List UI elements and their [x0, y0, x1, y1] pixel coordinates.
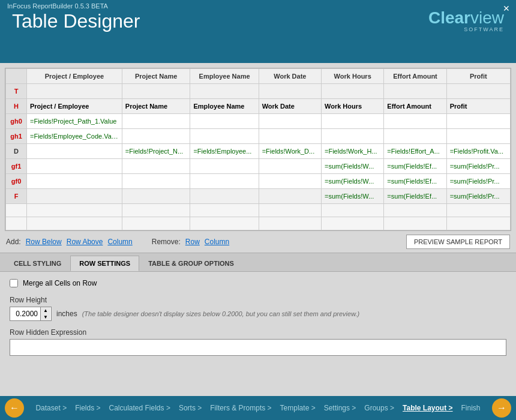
cell-h-6: Effort Amount	[384, 99, 446, 114]
row-label-gh1: gh1	[6, 129, 27, 144]
units-label: inches	[56, 310, 77, 318]
app-subtitle: InFocus ReportBuilder 0.5.3 BETA	[7, 2, 108, 10]
cell-d-effort: =Fields!Effort_A...	[384, 144, 446, 159]
cell-f-pr: =sum(Fields!Pr...	[446, 189, 510, 204]
nav-table-layout[interactable]: Table Layout >	[399, 401, 456, 415]
nav-links: Dataset > Fields > Calculated Fields > S…	[24, 401, 492, 415]
merge-cells-checkbox[interactable]	[10, 279, 18, 287]
row-label-d: D	[6, 144, 27, 159]
col-effort-amount: Effort Amount	[384, 69, 446, 84]
tab-table-group-options[interactable]: TABLE & GROUP OPTIONS	[139, 256, 243, 271]
cell-d-profit: =Fields!Profit.Va...	[446, 144, 510, 159]
table-row[interactable]: T	[6, 84, 511, 99]
cell-gf0-wh: =sum(Fields!W...	[322, 174, 384, 189]
nav-fields[interactable]: Fields >	[71, 401, 104, 415]
row-label-t: T	[6, 84, 27, 99]
nav-groups[interactable]: Groups >	[361, 401, 398, 415]
row-hidden-expression-input[interactable]	[10, 339, 506, 356]
nav-finish[interactable]: Finish	[458, 401, 484, 415]
row-above-link[interactable]: Row Above	[67, 238, 103, 246]
preview-sample-report-button[interactable]: PREVIEW SAMPLE REPORT	[406, 235, 510, 249]
cell-h-3: Employee Name	[190, 99, 259, 114]
spinner-down-button[interactable]: ▼	[41, 314, 50, 320]
table-row-blank	[6, 217, 511, 230]
cell-gf0-ea: =sum(Fields!Ef...	[384, 174, 446, 189]
col-profit: Profit	[446, 69, 510, 84]
table-row[interactable]: gf1 =sum(Fields!W... =sum(Fields!Ef... =…	[6, 159, 511, 174]
row-below-link[interactable]: Row Below	[26, 238, 62, 246]
table-row[interactable]: gh0 =Fields!Project_Path_1.Value	[6, 114, 511, 129]
nav-filters-prompts[interactable]: Filters & Prompts >	[206, 401, 275, 415]
row-height-input-wrap: 0.2000 ▲ ▼	[10, 307, 52, 321]
col-work-date: Work Date	[259, 69, 321, 84]
col-employee-name: Employee Name	[190, 69, 259, 84]
col-project-name: Project Name	[122, 69, 190, 84]
cell-h-7: Profit	[446, 99, 510, 114]
cell-gf1-pr: =sum(Fields!Pr...	[446, 159, 510, 174]
table-header-row: Project / Employee Project Name Employee…	[6, 69, 511, 84]
row-settings-panel: Merge all Cells on Row Row Height 0.2000…	[0, 272, 516, 396]
row-hidden-expression-group: Row Hidden Expression	[10, 328, 506, 356]
add-label: Add:	[6, 238, 21, 246]
header: ✕ InFocus ReportBuilder 0.5.3 BETA Table…	[0, 0, 516, 63]
logo: Clearview SOFTWARE	[428, 10, 504, 32]
hint-text: (The table designer doesn't display size…	[82, 310, 360, 317]
remove-row-link[interactable]: Row	[185, 238, 200, 246]
table-row[interactable]: gf0 =sum(Fields!W... =sum(Fields!Ef... =…	[6, 174, 511, 189]
row-height-input[interactable]: 0.2000	[10, 308, 40, 319]
cell-h-2: Project Name	[122, 99, 190, 114]
cell-d-workhours: =Fields!Work_H...	[322, 144, 384, 159]
merge-cells-label: Merge all Cells on Row	[23, 279, 97, 287]
col-project-employee: Project / Employee	[27, 69, 122, 84]
cell-gf0-pr: =sum(Fields!Pr...	[446, 174, 510, 189]
table-row[interactable]: D =Fields!Project_N... =Fields!Employee.…	[6, 144, 511, 159]
cell-gh0-formula: =Fields!Project_Path_1.Value	[27, 114, 122, 129]
footer-nav: ← Dataset > Fields > Calculated Fields >…	[0, 396, 516, 420]
designer-table: Project / Employee Project Name Employee…	[5, 68, 511, 230]
table-row[interactable]: F =sum(Fields!W... =sum(Fields!Ef... =su…	[6, 189, 511, 204]
row-label-gh0: gh0	[6, 114, 27, 129]
cell-gf1-wh: =sum(Fields!W...	[322, 159, 384, 174]
merge-cells-row: Merge all Cells on Row	[10, 279, 506, 287]
spinner-up-button[interactable]: ▲	[41, 307, 50, 314]
cell-d-project: =Fields!Project_N...	[122, 144, 190, 159]
tab-cell-styling[interactable]: CELL STYLING	[5, 256, 70, 271]
cell-d-employee: =Fields!Employee...	[190, 144, 259, 159]
row-label-h: H	[6, 99, 27, 114]
main-content: Project / Employee Project Name Employee…	[0, 63, 516, 396]
nav-sorts[interactable]: Sorts >	[175, 401, 205, 415]
nav-settings[interactable]: Settings >	[320, 401, 360, 415]
table-row[interactable]: gh1 =Fields!Employee_Code.Value	[6, 129, 511, 144]
nav-template[interactable]: Template >	[277, 401, 319, 415]
remove-column-link[interactable]: Column	[205, 238, 229, 246]
page-title: Table Designer	[12, 10, 140, 32]
cell-h-1: Project / Employee	[27, 99, 122, 114]
table-row-blank	[6, 204, 511, 217]
nav-dataset[interactable]: Dataset >	[32, 401, 70, 415]
remove-label: Remove:	[152, 238, 181, 246]
table-row[interactable]: H Project / Employee Project Name Employ…	[6, 99, 511, 114]
cell-gf1-ea: =sum(Fields!Ef...	[384, 159, 446, 174]
cell-gh1-formula: =Fields!Employee_Code.Value	[27, 129, 122, 144]
tab-row-settings[interactable]: ROW SETTINGS	[70, 256, 139, 271]
nav-calculated-fields[interactable]: Calculated Fields >	[106, 401, 174, 415]
forward-button[interactable]: →	[492, 398, 511, 418]
row-label-gf1: gf1	[6, 159, 27, 174]
cell-h-5: Work Hours	[322, 99, 384, 114]
cell-h-4: Work Date	[259, 99, 321, 114]
row-height-label: Row Height	[10, 296, 506, 304]
col-work-hours: Work Hours	[322, 69, 384, 84]
designer-table-container: Project / Employee Project Name Employee…	[5, 68, 511, 231]
row-label-header	[6, 69, 27, 84]
row-label-gf0: gf0	[6, 174, 27, 189]
back-button[interactable]: ←	[5, 398, 24, 418]
cell-f-ea: =sum(Fields!Ef...	[384, 189, 446, 204]
cell-d-workdate: =Fields!Work_D...	[259, 144, 321, 159]
add-remove-toolbar: Add: Row Below Row Above Column Remove: …	[0, 231, 516, 253]
settings-tabs: CELL STYLING ROW SETTINGS TABLE & GROUP …	[0, 253, 516, 272]
cell-f-wh: =sum(Fields!W...	[322, 189, 384, 204]
add-column-link[interactable]: Column	[107, 238, 132, 246]
expression-label: Row Hidden Expression	[10, 328, 506, 337]
row-label-f: F	[6, 189, 27, 204]
row-height-group: Row Height 0.2000 ▲ ▼ inches (The table …	[10, 296, 506, 321]
